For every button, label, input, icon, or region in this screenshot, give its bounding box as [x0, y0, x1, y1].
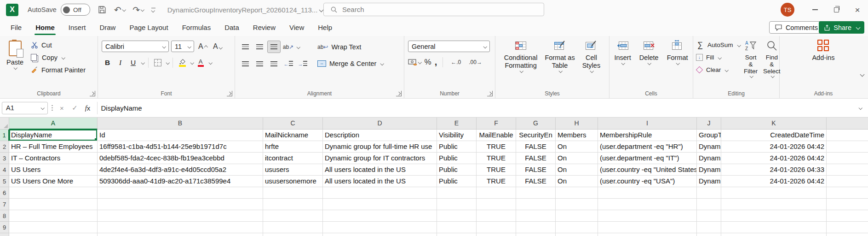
cell-E8[interactable]	[437, 210, 477, 222]
cell-E1[interactable]: Visibility	[437, 130, 477, 141]
cell-H6[interactable]	[556, 187, 598, 199]
cell-E5[interactable]: Public	[437, 176, 477, 187]
cell-I5[interactable]: (user.country -eq "USA")	[598, 176, 697, 187]
cell-F10[interactable]	[477, 233, 516, 236]
chevron-down-icon[interactable]	[190, 61, 194, 65]
cell-F8[interactable]	[477, 210, 516, 222]
cell-A1[interactable]: DisplayName	[9, 130, 98, 141]
format-as-table-button[interactable]: Format as Table	[542, 39, 577, 84]
cell-E10[interactable]	[437, 233, 477, 236]
cell-I2[interactable]: (user.department -eq "HR")	[598, 141, 697, 153]
font-size-combo[interactable]: 11	[171, 41, 194, 52]
cell-D4[interactable]: All users located in the US	[323, 164, 437, 176]
cell-J3[interactable]: Dynamic	[697, 153, 721, 164]
accounting-format-button[interactable]	[408, 59, 421, 66]
cell-H9[interactable]	[556, 222, 598, 233]
cell-H5[interactable]: On	[556, 176, 598, 187]
column-header-H[interactable]: H	[556, 118, 598, 130]
cell-F7[interactable]	[477, 199, 516, 210]
column-header-K[interactable]: K	[721, 118, 827, 130]
cell-K5[interactable]: 24-01-2026 04:42	[721, 176, 827, 187]
document-title[interactable]: DynamicGroupInventoryReport_20260124_113…	[167, 6, 323, 14]
row-header-1[interactable]: 1	[0, 130, 9, 141]
tab-help[interactable]: Help	[311, 19, 339, 36]
cell-K8[interactable]	[721, 210, 827, 222]
cell-D1[interactable]: Description	[323, 130, 437, 141]
borders-button[interactable]	[152, 57, 164, 68]
cell-K4[interactable]: 24-01-2026 04:33	[721, 164, 827, 176]
clear-button[interactable]: Clear	[696, 64, 740, 76]
enter-button[interactable]: ✓	[69, 102, 80, 113]
cell-A2[interactable]: HR – Full Time Employees	[9, 141, 98, 153]
close-button[interactable]: ×	[847, 0, 868, 19]
increase-indent-button[interactable]: →	[296, 58, 309, 70]
cell-B2[interactable]: 16ff9581-c1ba-4d51-b144-25e9b1971d7c	[98, 141, 263, 153]
redo-button[interactable]: ↷	[132, 6, 144, 14]
cell-E7[interactable]	[437, 199, 477, 210]
align-left-button[interactable]	[239, 58, 252, 70]
insert-function-button[interactable]: fx	[82, 102, 93, 113]
name-box[interactable]: A1	[2, 102, 48, 114]
sort-filter-button[interactable]: A Z Sort & Filter	[741, 39, 760, 84]
tab-view[interactable]: View	[282, 19, 311, 36]
column-header-E[interactable]: E	[437, 118, 477, 130]
formula-bar-drag-handle[interactable]	[52, 105, 53, 111]
cell-E3[interactable]: Public	[437, 153, 477, 164]
row-header-6[interactable]: 6	[0, 187, 9, 199]
comma-style-button[interactable]: ,	[435, 57, 437, 67]
percent-style-button[interactable]: %	[425, 58, 431, 67]
cell-G7[interactable]	[516, 199, 556, 210]
font-name-combo[interactable]: Calibri	[102, 41, 169, 52]
cell-F3[interactable]: TRUE	[477, 153, 516, 164]
cell-C8[interactable]	[263, 210, 323, 222]
conditional-formatting-button[interactable]: Conditional Formatting	[501, 39, 540, 84]
cell-G4[interactable]: FALSE	[516, 164, 556, 176]
cell-B7[interactable]	[98, 199, 263, 210]
cell-B6[interactable]	[98, 187, 263, 199]
comments-button[interactable]: Comments	[769, 21, 823, 34]
cell-D5[interactable]: All users located in the US	[323, 176, 437, 187]
cell-H8[interactable]	[556, 210, 598, 222]
font-dialog-launcher[interactable]	[227, 91, 232, 96]
row-header-3[interactable]: 3	[0, 153, 9, 164]
cell-A10[interactable]	[9, 233, 98, 236]
decrease-indent-button[interactable]: ←	[282, 58, 295, 70]
tab-data[interactable]: Data	[218, 19, 246, 36]
cell-J8[interactable]	[697, 210, 721, 222]
number-format-combo[interactable]: General	[408, 41, 490, 52]
cell-styles-button[interactable]: Cell Styles	[580, 39, 604, 84]
cell-J4[interactable]: Dynamic	[697, 164, 721, 176]
restore-button[interactable]	[826, 0, 847, 19]
format-painter-button[interactable]: Format Painter	[31, 64, 86, 76]
cell-F9[interactable]	[477, 222, 516, 233]
account-avatar[interactable]: TS	[781, 3, 794, 17]
tab-insert[interactable]: Insert	[62, 19, 93, 36]
cell-D7[interactable]	[323, 199, 437, 210]
cell-J1[interactable]: GroupTy	[697, 130, 721, 141]
cell-J10[interactable]	[697, 233, 721, 236]
row-header-9[interactable]: 9	[0, 222, 9, 233]
cell-G1[interactable]: SecurityEn	[516, 130, 556, 141]
column-header-D[interactable]: D	[323, 118, 437, 130]
cell-C10[interactable]	[263, 233, 323, 236]
clipboard-dialog-launcher[interactable]	[90, 91, 95, 96]
format-cells-button[interactable]: Format	[664, 39, 691, 84]
insert-cells-button[interactable]: Insert	[611, 39, 633, 84]
cell-D10[interactable]	[323, 233, 437, 236]
cell-F4[interactable]: TRUE	[477, 164, 516, 176]
search-input[interactable]: Search	[323, 3, 544, 16]
column-header-J[interactable]: J	[697, 118, 721, 130]
cell-K7[interactable]	[721, 199, 827, 210]
cell-D6[interactable]	[323, 187, 437, 199]
quick-access-customize-button[interactable]	[151, 8, 155, 12]
cell-I9[interactable]	[598, 222, 697, 233]
cell-B3[interactable]: 0debf585-fda2-4cec-838b-fb19ea3cebbd	[98, 153, 263, 164]
cell-J5[interactable]: Dynamic	[697, 176, 721, 187]
cell-J7[interactable]	[697, 199, 721, 210]
cell-B5[interactable]: 509306dd-aaa0-41d9-ac20-a171c38599e4	[98, 176, 263, 187]
cell-C5[interactable]: ususersonemore	[263, 176, 323, 187]
cell-B8[interactable]	[98, 210, 263, 222]
column-header-G[interactable]: G	[516, 118, 556, 130]
merge-center-button[interactable]: ↔ Merge & Center	[317, 57, 384, 70]
fill-button[interactable]: ↓ Fill	[696, 51, 740, 64]
